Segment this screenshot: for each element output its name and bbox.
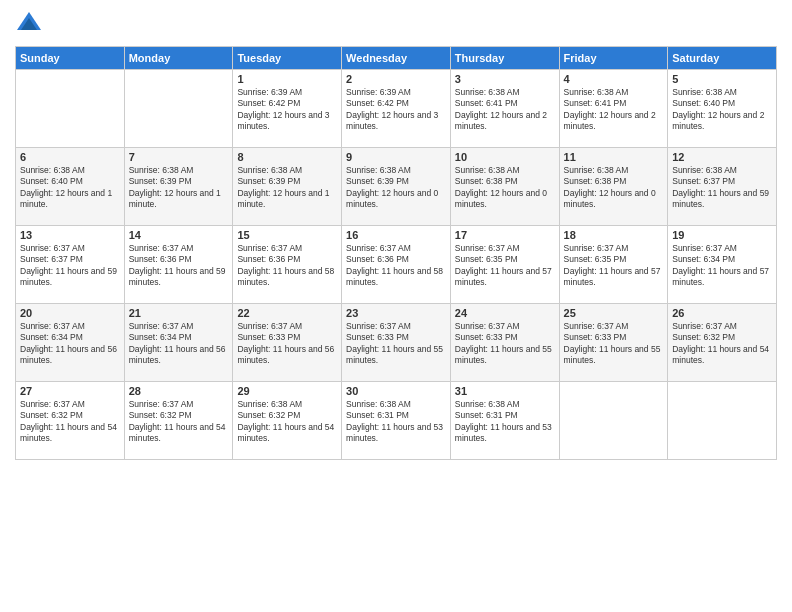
day-number: 21 [129, 307, 229, 319]
calendar-cell: 14Sunrise: 6:37 AM Sunset: 6:36 PM Dayli… [124, 226, 233, 304]
calendar-cell: 4Sunrise: 6:38 AM Sunset: 6:41 PM Daylig… [559, 70, 668, 148]
day-info: Sunrise: 6:38 AM Sunset: 6:37 PM Dayligh… [672, 165, 772, 211]
calendar-cell: 19Sunrise: 6:37 AM Sunset: 6:34 PM Dayli… [668, 226, 777, 304]
calendar-cell: 11Sunrise: 6:38 AM Sunset: 6:38 PM Dayli… [559, 148, 668, 226]
calendar-cell: 10Sunrise: 6:38 AM Sunset: 6:38 PM Dayli… [450, 148, 559, 226]
page: SundayMondayTuesdayWednesdayThursdayFrid… [0, 0, 792, 612]
day-info: Sunrise: 6:37 AM Sunset: 6:36 PM Dayligh… [237, 243, 337, 289]
calendar-cell: 1Sunrise: 6:39 AM Sunset: 6:42 PM Daylig… [233, 70, 342, 148]
day-info: Sunrise: 6:37 AM Sunset: 6:33 PM Dayligh… [455, 321, 555, 367]
day-number: 22 [237, 307, 337, 319]
calendar-cell: 12Sunrise: 6:38 AM Sunset: 6:37 PM Dayli… [668, 148, 777, 226]
day-header: Sunday [16, 47, 125, 70]
day-number: 15 [237, 229, 337, 241]
day-number: 6 [20, 151, 120, 163]
calendar-cell: 31Sunrise: 6:38 AM Sunset: 6:31 PM Dayli… [450, 382, 559, 460]
day-number: 3 [455, 73, 555, 85]
calendar-cell: 22Sunrise: 6:37 AM Sunset: 6:33 PM Dayli… [233, 304, 342, 382]
calendar-week-row: 13Sunrise: 6:37 AM Sunset: 6:37 PM Dayli… [16, 226, 777, 304]
day-number: 17 [455, 229, 555, 241]
day-number: 20 [20, 307, 120, 319]
day-header: Tuesday [233, 47, 342, 70]
day-number: 13 [20, 229, 120, 241]
day-number: 19 [672, 229, 772, 241]
day-info: Sunrise: 6:38 AM Sunset: 6:38 PM Dayligh… [455, 165, 555, 211]
day-info: Sunrise: 6:37 AM Sunset: 6:32 PM Dayligh… [20, 399, 120, 445]
day-header: Monday [124, 47, 233, 70]
day-header: Friday [559, 47, 668, 70]
calendar-cell: 25Sunrise: 6:37 AM Sunset: 6:33 PM Dayli… [559, 304, 668, 382]
day-number: 18 [564, 229, 664, 241]
day-number: 24 [455, 307, 555, 319]
calendar-cell: 9Sunrise: 6:38 AM Sunset: 6:39 PM Daylig… [342, 148, 451, 226]
day-number: 26 [672, 307, 772, 319]
day-number: 4 [564, 73, 664, 85]
day-info: Sunrise: 6:37 AM Sunset: 6:34 PM Dayligh… [129, 321, 229, 367]
day-number: 11 [564, 151, 664, 163]
day-number: 29 [237, 385, 337, 397]
day-header: Saturday [668, 47, 777, 70]
day-number: 1 [237, 73, 337, 85]
day-header: Thursday [450, 47, 559, 70]
calendar-week-row: 27Sunrise: 6:37 AM Sunset: 6:32 PM Dayli… [16, 382, 777, 460]
day-number: 9 [346, 151, 446, 163]
header [15, 10, 777, 38]
calendar-cell: 20Sunrise: 6:37 AM Sunset: 6:34 PM Dayli… [16, 304, 125, 382]
day-info: Sunrise: 6:38 AM Sunset: 6:38 PM Dayligh… [564, 165, 664, 211]
day-info: Sunrise: 6:37 AM Sunset: 6:36 PM Dayligh… [129, 243, 229, 289]
day-info: Sunrise: 6:38 AM Sunset: 6:40 PM Dayligh… [20, 165, 120, 211]
calendar-cell: 6Sunrise: 6:38 AM Sunset: 6:40 PM Daylig… [16, 148, 125, 226]
calendar-cell: 26Sunrise: 6:37 AM Sunset: 6:32 PM Dayli… [668, 304, 777, 382]
day-info: Sunrise: 6:39 AM Sunset: 6:42 PM Dayligh… [237, 87, 337, 133]
day-number: 23 [346, 307, 446, 319]
calendar-cell [668, 382, 777, 460]
logo [15, 10, 47, 38]
calendar-cell [16, 70, 125, 148]
day-number: 16 [346, 229, 446, 241]
day-number: 2 [346, 73, 446, 85]
day-info: Sunrise: 6:37 AM Sunset: 6:35 PM Dayligh… [564, 243, 664, 289]
day-info: Sunrise: 6:37 AM Sunset: 6:32 PM Dayligh… [672, 321, 772, 367]
day-number: 8 [237, 151, 337, 163]
calendar-cell: 24Sunrise: 6:37 AM Sunset: 6:33 PM Dayli… [450, 304, 559, 382]
calendar-cell: 15Sunrise: 6:37 AM Sunset: 6:36 PM Dayli… [233, 226, 342, 304]
day-info: Sunrise: 6:38 AM Sunset: 6:31 PM Dayligh… [346, 399, 446, 445]
day-number: 7 [129, 151, 229, 163]
calendar-week-row: 6Sunrise: 6:38 AM Sunset: 6:40 PM Daylig… [16, 148, 777, 226]
calendar-cell: 5Sunrise: 6:38 AM Sunset: 6:40 PM Daylig… [668, 70, 777, 148]
calendar-cell: 23Sunrise: 6:37 AM Sunset: 6:33 PM Dayli… [342, 304, 451, 382]
calendar-week-row: 1Sunrise: 6:39 AM Sunset: 6:42 PM Daylig… [16, 70, 777, 148]
day-info: Sunrise: 6:38 AM Sunset: 6:41 PM Dayligh… [455, 87, 555, 133]
day-info: Sunrise: 6:38 AM Sunset: 6:41 PM Dayligh… [564, 87, 664, 133]
calendar-cell: 16Sunrise: 6:37 AM Sunset: 6:36 PM Dayli… [342, 226, 451, 304]
calendar-cell: 30Sunrise: 6:38 AM Sunset: 6:31 PM Dayli… [342, 382, 451, 460]
day-info: Sunrise: 6:37 AM Sunset: 6:35 PM Dayligh… [455, 243, 555, 289]
day-number: 10 [455, 151, 555, 163]
day-info: Sunrise: 6:37 AM Sunset: 6:34 PM Dayligh… [672, 243, 772, 289]
day-number: 30 [346, 385, 446, 397]
day-number: 28 [129, 385, 229, 397]
calendar-cell: 7Sunrise: 6:38 AM Sunset: 6:39 PM Daylig… [124, 148, 233, 226]
day-number: 31 [455, 385, 555, 397]
day-info: Sunrise: 6:37 AM Sunset: 6:34 PM Dayligh… [20, 321, 120, 367]
header-row: SundayMondayTuesdayWednesdayThursdayFrid… [16, 47, 777, 70]
day-number: 25 [564, 307, 664, 319]
day-info: Sunrise: 6:38 AM Sunset: 6:31 PM Dayligh… [455, 399, 555, 445]
calendar-cell: 18Sunrise: 6:37 AM Sunset: 6:35 PM Dayli… [559, 226, 668, 304]
day-info: Sunrise: 6:37 AM Sunset: 6:33 PM Dayligh… [564, 321, 664, 367]
logo-icon [15, 10, 43, 38]
calendar-table: SundayMondayTuesdayWednesdayThursdayFrid… [15, 46, 777, 460]
calendar-cell: 21Sunrise: 6:37 AM Sunset: 6:34 PM Dayli… [124, 304, 233, 382]
day-number: 14 [129, 229, 229, 241]
day-header: Wednesday [342, 47, 451, 70]
calendar-cell [559, 382, 668, 460]
calendar-cell: 13Sunrise: 6:37 AM Sunset: 6:37 PM Dayli… [16, 226, 125, 304]
calendar-cell: 29Sunrise: 6:38 AM Sunset: 6:32 PM Dayli… [233, 382, 342, 460]
day-info: Sunrise: 6:38 AM Sunset: 6:39 PM Dayligh… [237, 165, 337, 211]
day-info: Sunrise: 6:39 AM Sunset: 6:42 PM Dayligh… [346, 87, 446, 133]
day-number: 5 [672, 73, 772, 85]
day-number: 12 [672, 151, 772, 163]
calendar-week-row: 20Sunrise: 6:37 AM Sunset: 6:34 PM Dayli… [16, 304, 777, 382]
calendar-cell: 2Sunrise: 6:39 AM Sunset: 6:42 PM Daylig… [342, 70, 451, 148]
calendar-cell: 27Sunrise: 6:37 AM Sunset: 6:32 PM Dayli… [16, 382, 125, 460]
